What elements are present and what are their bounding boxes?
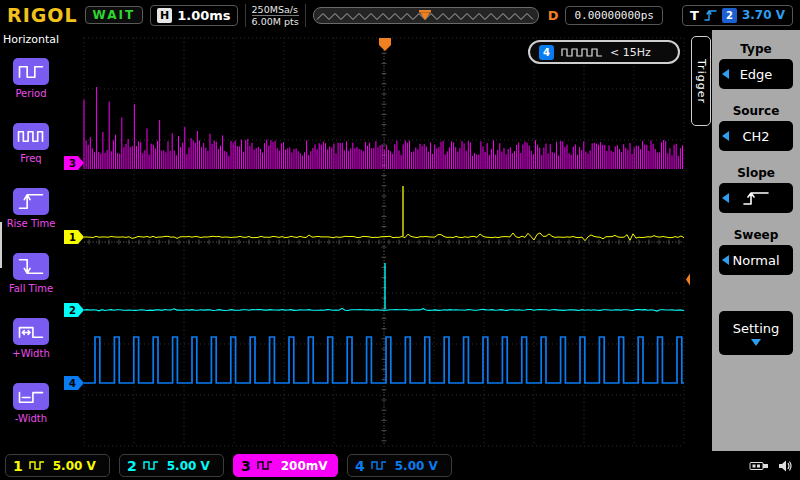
trigger-tab: Trigger bbox=[691, 36, 711, 126]
left-arrow-icon bbox=[722, 193, 729, 203]
fall-time-icon bbox=[13, 253, 49, 280]
coupling-icon bbox=[29, 460, 45, 471]
waveform-display-area: 1234 bbox=[62, 30, 694, 451]
delay-value: 0.00000000ps bbox=[565, 6, 662, 25]
delay-label: D bbox=[548, 8, 559, 23]
channel-status-bar: 15.00 V25.00 V3200mV45.00 V bbox=[0, 451, 800, 480]
rigol-logo: RIGOL bbox=[7, 4, 78, 26]
left-arrow-icon bbox=[722, 69, 729, 79]
sidebar-item-label: Freq bbox=[20, 153, 41, 164]
freq-icon bbox=[13, 123, 49, 150]
channel-number: 2 bbox=[127, 458, 137, 474]
trigger-source-badge: 2 bbox=[722, 8, 737, 23]
channel-number: 1 bbox=[13, 458, 23, 474]
sidebar-item-rise-time[interactable]: Rise Time bbox=[0, 176, 62, 241]
channel-number: 3 bbox=[241, 458, 251, 474]
sample-rate: 250MSa/s bbox=[252, 4, 299, 15]
memory-depth: 6.00M pts bbox=[252, 15, 299, 27]
trigger-tab-label: Trigger bbox=[695, 59, 708, 104]
sidebar-item-freq[interactable]: Freq bbox=[0, 111, 62, 176]
channel-4-status[interactable]: 45.00 V bbox=[347, 454, 452, 477]
measure-sidebar: Horizontal PeriodFreqRise TimeFall Time+… bbox=[0, 30, 62, 451]
sidebar-item-label: Fall Time bbox=[9, 283, 53, 294]
trigger-type-value: Edge bbox=[740, 67, 773, 82]
system-icons bbox=[749, 459, 795, 473]
acquisition-info: 250MSa/s 6.00M pts bbox=[245, 4, 306, 27]
sidebar-title: Horizontal bbox=[0, 30, 62, 46]
menu-label-slope: Slope bbox=[712, 166, 800, 180]
channel-scale: 5.00 V bbox=[395, 459, 438, 473]
coupling-icon bbox=[257, 460, 273, 471]
trigger-source-value: CH2 bbox=[742, 129, 769, 144]
timebase-value: 1.00ms bbox=[177, 8, 230, 23]
trigger-level-value: 3.70 V bbox=[742, 8, 785, 22]
speaker-icon bbox=[778, 459, 792, 473]
sidebar-item-label: Rise Time bbox=[7, 218, 56, 229]
plus-width-icon bbox=[13, 318, 49, 345]
pulse-train-icon bbox=[561, 47, 603, 58]
usb-icon bbox=[749, 460, 769, 472]
period-icon bbox=[13, 58, 49, 85]
top-status-bar: RIGOL WAIT H 1.00ms 250MSa/s 6.00M pts D… bbox=[0, 0, 800, 30]
sidebar-item--width[interactable]: -Width bbox=[0, 371, 62, 436]
h-label: H bbox=[157, 8, 172, 23]
sidebar-item-period[interactable]: Period bbox=[0, 46, 62, 111]
sidebar-item--width[interactable]: +Width bbox=[0, 306, 62, 371]
sidebar-item-label: +Width bbox=[12, 348, 49, 359]
down-arrow-icon bbox=[751, 339, 761, 346]
left-arrow-icon bbox=[722, 255, 729, 265]
ch3-trace bbox=[84, 87, 683, 169]
waveform-overview-icon bbox=[314, 10, 536, 23]
trigger-slope-button[interactable] bbox=[719, 183, 793, 213]
rise-time-icon bbox=[13, 188, 49, 215]
oscilloscope-screen: RIGOL WAIT H 1.00ms 250MSa/s 6.00M pts D… bbox=[0, 0, 800, 480]
slope-rising-icon bbox=[742, 190, 770, 207]
trigger-frequency-popup: 4 < 15Hz bbox=[528, 40, 680, 64]
horizontal-status-group: H 1.00ms bbox=[150, 5, 237, 26]
trigger-status-group: T 2 3.70 V bbox=[682, 5, 793, 26]
sidebar-scrollbar[interactable] bbox=[0, 222, 2, 268]
trigger-label: T bbox=[690, 8, 699, 23]
minus-width-icon bbox=[13, 383, 49, 410]
channel-scale: 5.00 V bbox=[167, 459, 210, 473]
trigger-tab-strip: Trigger bbox=[690, 30, 712, 451]
menu-label-type: Type bbox=[712, 42, 800, 56]
waveform-display bbox=[62, 30, 694, 451]
trigger-setting-label: Setting bbox=[733, 321, 780, 336]
trigger-source-button[interactable]: CH2 bbox=[719, 121, 793, 151]
sidebar-item-label: -Width bbox=[15, 413, 47, 424]
channel-2-status[interactable]: 25.00 V bbox=[119, 454, 224, 477]
channel-1-status[interactable]: 15.00 V bbox=[5, 454, 110, 477]
coupling-icon bbox=[371, 460, 387, 471]
trigger-type-button[interactable]: Edge bbox=[719, 59, 793, 89]
trigger-menu-panel: Type Edge Source CH2 Slope Sweep Normal … bbox=[712, 30, 800, 451]
channel-number: 4 bbox=[355, 458, 365, 474]
menu-label-sweep: Sweep bbox=[712, 228, 800, 242]
coupling-icon bbox=[143, 460, 159, 471]
horizontal-position-bar[interactable] bbox=[313, 7, 539, 24]
sidebar-item-fall-time[interactable]: Fall Time bbox=[0, 241, 62, 306]
channel-scale: 200mV bbox=[281, 459, 328, 473]
trigger-frequency-value: < 15Hz bbox=[610, 46, 651, 59]
sidebar-item-label: Period bbox=[15, 88, 46, 99]
trigger-position-marker[interactable] bbox=[379, 38, 391, 51]
trigger-setting-button[interactable]: Setting bbox=[719, 311, 793, 355]
left-arrow-icon bbox=[722, 131, 729, 141]
menu-label-source: Source bbox=[712, 104, 800, 118]
trigger-sweep-button[interactable]: Normal bbox=[719, 245, 793, 275]
counter-channel-badge: 4 bbox=[539, 45, 554, 60]
channel-3-status[interactable]: 3200mV bbox=[233, 454, 338, 477]
channel-scale: 5.00 V bbox=[53, 459, 96, 473]
trigger-slope-icon bbox=[704, 9, 717, 22]
trigger-sweep-value: Normal bbox=[732, 253, 779, 268]
run-status-badge: WAIT bbox=[85, 6, 144, 24]
